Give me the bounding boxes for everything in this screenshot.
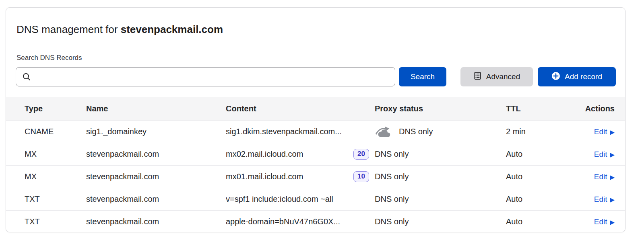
table-row: TXT stevenpackmail.com apple-domain=bNuV… <box>6 210 625 232</box>
edit-link[interactable]: Edit ▶ <box>560 172 615 181</box>
edit-label[interactable]: Edit <box>594 127 607 136</box>
edit-caret-icon: ▶ <box>610 151 615 158</box>
search-box <box>16 67 395 86</box>
edit-caret-icon: ▶ <box>610 129 615 135</box>
table-row: MX stevenpackmail.com mx02.mail.icloud.c… <box>6 143 625 165</box>
edit-caret-icon: ▶ <box>610 174 615 180</box>
column-header-type: Type <box>25 104 86 113</box>
record-ttl: Auto <box>500 172 560 181</box>
table-row: MX stevenpackmail.com mx01.mail.icloud.c… <box>6 165 625 188</box>
dns-records-table: Type Name Content Proxy status TTL Actio… <box>6 97 625 232</box>
domain-name: stevenpackmail.com <box>121 23 223 35</box>
advanced-button-label: Advanced <box>486 72 520 81</box>
controls-row: Search Advanced Add record <box>16 67 616 86</box>
search-input[interactable] <box>16 67 395 86</box>
record-content-cell: apple-domain=bNuV47n6G0X... <box>226 217 375 226</box>
edit-label[interactable]: Edit <box>594 217 607 226</box>
record-content: sig1.dkim.stevenpackmail.com... <box>226 127 342 136</box>
proxy-status-cell: DNS only <box>375 126 500 137</box>
edit-caret-icon: ▶ <box>610 196 615 203</box>
priority-badge: 10 <box>353 171 369 182</box>
dns-management-card: DNS management for stevenpackmail.com Se… <box>6 7 625 232</box>
record-type: TXT <box>25 217 86 226</box>
proxy-status-cell: DNS only <box>375 217 500 226</box>
add-record-button[interactable]: Add record <box>538 67 616 86</box>
record-content: mx01.mail.icloud.com <box>226 172 303 181</box>
edit-label[interactable]: Edit <box>594 150 607 159</box>
table-row: CNAME sig1._domainkey sig1.dkim.stevenpa… <box>6 120 625 143</box>
record-ttl: 2 min <box>500 127 560 136</box>
proxy-status-text: DNS only <box>375 150 409 159</box>
table-body: CNAME sig1._domainkey sig1.dkim.stevenpa… <box>6 120 625 232</box>
edit-label[interactable]: Edit <box>594 195 607 204</box>
list-document-icon <box>473 72 482 82</box>
proxy-status-text: DNS only <box>399 127 433 136</box>
plus-circle-icon <box>551 72 560 82</box>
column-header-proxy-status: Proxy status <box>375 104 500 113</box>
record-name: stevenpackmail.com <box>86 150 226 159</box>
priority-badge: 20 <box>353 149 369 160</box>
proxy-status-cell: DNS only <box>375 195 500 204</box>
record-content: mx02.mail.icloud.com <box>226 150 303 159</box>
record-content-cell: mx01.mail.icloud.com 10 <box>226 171 375 182</box>
proxy-status-text: DNS only <box>375 172 409 181</box>
record-content-cell: mx02.mail.icloud.com 20 <box>226 149 375 160</box>
record-name: stevenpackmail.com <box>86 172 226 181</box>
edit-caret-icon: ▶ <box>610 219 615 225</box>
proxy-status-cell: DNS only <box>375 172 500 181</box>
record-type: MX <box>25 150 86 159</box>
proxy-status-text: DNS only <box>375 195 409 204</box>
table-header: Type Name Content Proxy status TTL Actio… <box>6 97 625 120</box>
record-ttl: Auto <box>500 195 560 204</box>
column-header-ttl: TTL <box>500 104 560 113</box>
edit-link[interactable]: Edit ▶ <box>560 150 615 159</box>
add-record-button-label: Add record <box>565 72 602 81</box>
record-ttl: Auto <box>500 150 560 159</box>
page-title-prefix: DNS management for <box>17 23 118 35</box>
record-name: stevenpackmail.com <box>86 195 226 204</box>
search-label: Search DNS Records <box>17 53 615 62</box>
proxy-status-cell: DNS only <box>375 150 500 159</box>
proxy-status-text: DNS only <box>375 217 409 226</box>
record-ttl: Auto <box>500 217 560 226</box>
edit-link[interactable]: Edit ▶ <box>560 195 615 204</box>
advanced-button[interactable]: Advanced <box>460 67 533 86</box>
column-header-content: Content <box>226 104 375 113</box>
record-type: TXT <box>25 195 86 204</box>
record-type: MX <box>25 172 86 181</box>
column-header-name: Name <box>86 104 226 113</box>
record-name: sig1._domainkey <box>86 127 226 136</box>
search-button[interactable]: Search <box>399 67 446 86</box>
record-content-cell: v=spf1 include:icloud.com ~all <box>226 195 375 204</box>
edit-link[interactable]: Edit ▶ <box>560 127 615 136</box>
edit-label[interactable]: Edit <box>594 172 607 181</box>
record-name: stevenpackmail.com <box>86 217 226 226</box>
record-content: apple-domain=bNuV47n6G0X... <box>226 217 340 226</box>
column-header-actions: Actions <box>560 104 615 113</box>
record-type: CNAME <box>25 127 86 136</box>
cloud-dns-only-icon <box>375 126 392 137</box>
page-title: DNS management for stevenpackmail.com <box>17 23 615 36</box>
record-content-cell: sig1.dkim.stevenpackmail.com... <box>226 127 375 136</box>
edit-link[interactable]: Edit ▶ <box>560 217 615 226</box>
table-row: TXT stevenpackmail.com v=spf1 include:ic… <box>6 188 625 210</box>
record-content: v=spf1 include:icloud.com ~all <box>226 195 333 204</box>
